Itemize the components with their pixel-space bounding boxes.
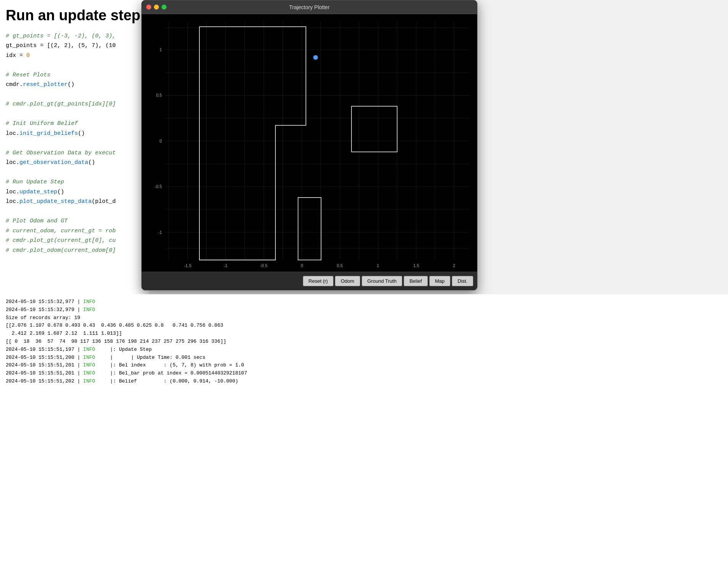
code-line: loc.init_grid_beliefs() — [6, 129, 143, 139]
plot-svg: -1.5 -1 -0.5 0 0.5 1 1.5 2 1 0.5 0 -0.5 … — [142, 14, 477, 272]
svg-text:0.5: 0.5 — [337, 263, 343, 268]
dist-button[interactable]: Dist. — [452, 276, 473, 286]
reset-button[interactable]: Reset (r) — [303, 276, 334, 286]
code-line: # gt_points = [(-3, -2), (0, 3), — [6, 31, 143, 41]
svg-text:0: 0 — [301, 263, 303, 268]
svg-rect-0 — [142, 14, 477, 272]
svg-text:-1.5: -1.5 — [184, 263, 191, 268]
page-title: Run an update step — [6, 8, 143, 24]
code-line — [6, 109, 143, 119]
log-line: 2024-05-10 15:15:32,979 | INFO — [6, 306, 722, 314]
plotter-titlebar: Trajectory Plotter — [142, 0, 477, 14]
svg-text:-1: -1 — [158, 230, 162, 235]
log-line: 2024-05-10 15:15:51,201 | INFO |: Bel in… — [6, 361, 722, 370]
plotter-window: Trajectory Plotter — [141, 0, 477, 290]
code-line: # cmdr.plot_odom(current_odom[0] — [6, 246, 143, 256]
code-line: cmdr.reset_plotter() — [6, 80, 143, 90]
code-line: # Get Observation Data by execut — [6, 148, 143, 158]
position-dot — [313, 55, 318, 60]
belief-button[interactable]: Belief — [404, 276, 428, 286]
code-line: gt_points = [(2, 2), (5, 7), (10 — [6, 41, 143, 51]
log-line: 2024-05-10 15:15:51,201 | INFO |: Bel_ba… — [6, 370, 722, 378]
log-line: [[ 0 18 36 57 74 98 117 136 158 176 198 … — [6, 338, 722, 346]
svg-text:-1: -1 — [224, 263, 228, 268]
svg-text:1: 1 — [160, 47, 162, 52]
code-line: # cmdr.plot_gt(current_gt[0], cu — [6, 236, 143, 246]
log-line: [[2.076 1.107 0.678 0.493 0.43 0.436 0.4… — [6, 322, 722, 330]
code-line: # Reset Plots — [6, 70, 143, 80]
odom-button[interactable]: Odom — [335, 276, 360, 286]
svg-text:2: 2 — [453, 263, 455, 268]
log-line: 2024-05-10 15:15:51,200 | INFO | | Updat… — [6, 354, 722, 362]
code-line: loc.update_step() — [6, 187, 143, 197]
code-line — [6, 138, 143, 148]
log-section: 2024-05-10 15:15:32,977 | INFO 2024-05-1… — [0, 294, 728, 564]
plotter-title: Trajectory Plotter — [146, 4, 472, 10]
svg-text:-0.5: -0.5 — [260, 263, 267, 268]
svg-text:1.5: 1.5 — [413, 263, 419, 268]
map-button[interactable]: Map — [429, 276, 450, 286]
code-line: # Plot Odom and GT — [6, 216, 143, 226]
code-line: # cmdr.plot_gt(gt_points[idx][0] — [6, 99, 143, 109]
svg-text:-0.5: -0.5 — [155, 184, 162, 189]
svg-text:0: 0 — [160, 139, 162, 143]
log-line: 2024-05-10 15:15:51,197 | INFO |: Update… — [6, 346, 722, 354]
svg-text:1: 1 — [377, 263, 379, 268]
code-line: loc.get_observation_data() — [6, 158, 143, 168]
code-line — [6, 90, 143, 100]
log-line: 2.412 2.169 1.687 2.12 1.111 1.013]] — [6, 330, 722, 338]
code-line — [6, 168, 143, 178]
plotter-toolbar: Reset (r) Odom Ground Truth Belief Map D… — [142, 272, 477, 290]
code-line: # current_odom, current_gt = rob — [6, 226, 143, 236]
code-line — [6, 207, 143, 217]
code-line: # Run Update Step — [6, 177, 143, 187]
code-line: loc.plot_update_step_data(plot_d — [6, 197, 143, 207]
log-line: 2024-05-10 15:15:32,977 | INFO — [6, 298, 722, 306]
code-line — [6, 60, 143, 70]
svg-text:0.5: 0.5 — [156, 93, 162, 97]
code-line: # Init Uniform Belief — [6, 119, 143, 129]
ground-truth-button[interactable]: Ground Truth — [362, 276, 403, 286]
code-content: # gt_points = [(-3, -2), (0, 3), gt_poin… — [6, 31, 143, 256]
code-line: idx = 0 — [6, 51, 143, 61]
plot-area: -1.5 -1 -0.5 0 0.5 1 1.5 2 1 0.5 0 -0.5 … — [142, 14, 477, 272]
log-line: 2024-05-10 15:15:51,202 | INFO |: Belief… — [6, 378, 722, 386]
log-line: Size of records array: 19 — [6, 314, 722, 322]
